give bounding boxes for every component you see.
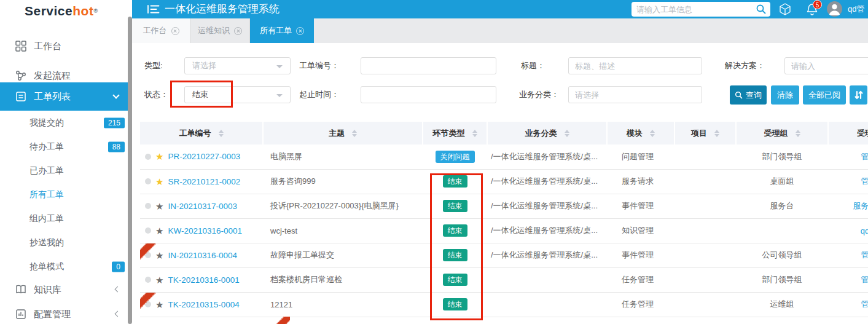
search-icon[interactable] [756, 4, 767, 15]
unread-dot-icon [145, 252, 151, 258]
ticket-code-link[interactable]: TK-20210315-0004 [168, 300, 239, 309]
tab-strip: 工作台 运维知识 所有工单 [132, 18, 868, 43]
ticket-group: 部门领导组 [736, 144, 828, 169]
ticket-project [674, 267, 736, 292]
time-range-input[interactable] [361, 86, 496, 103]
star-icon[interactable]: ★ [155, 300, 163, 309]
sort-icon[interactable] [565, 130, 569, 137]
notification-badge: 5 [813, 0, 822, 9]
table-row[interactable]: ★KW-20210316-0001 wcj-test 结束 /一体化运维服务管理… [140, 218, 868, 243]
ticket-code-link[interactable]: TK-20210316-0001 [168, 275, 239, 285]
sidebar-item-ticket-list[interactable]: 工单列表 [0, 82, 132, 111]
type-select[interactable]: 请选择 [184, 57, 291, 74]
sort-toggle-button[interactable] [850, 85, 867, 105]
search-input[interactable] [636, 2, 753, 17]
grid-icon [15, 41, 26, 52]
title-input[interactable] [568, 57, 702, 74]
sort-icon[interactable] [472, 130, 477, 137]
tab-ops-knowledge[interactable]: 运维知识 [190, 18, 250, 43]
col-header-subject[interactable]: 主题 [263, 122, 423, 144]
logo-registered-mark: ® [93, 8, 98, 14]
ticket-code-link[interactable]: SR-20210121-0002 [168, 177, 240, 186]
bell-icon[interactable]: 5 [805, 2, 819, 16]
col-header-stage[interactable]: 环节类型 [423, 122, 487, 144]
sort-icon[interactable] [219, 130, 224, 137]
ticket-group: 部门领导组 [736, 267, 828, 292]
sort-icon[interactable] [352, 130, 357, 137]
query-button[interactable]: 查询 [730, 85, 767, 105]
sidebar-subitem-all-tickets[interactable]: 所有工单 [0, 183, 132, 207]
tab-close-icon[interactable] [171, 27, 179, 35]
unread-dot-icon [145, 277, 151, 283]
sort-icon[interactable] [796, 130, 800, 137]
sort-icon[interactable] [714, 130, 719, 137]
table-row[interactable]: ★TK-20210315-0004 12121 结束 任务管理 运维组 管 [140, 292, 868, 317]
subitem-label: 已办工单 [29, 165, 64, 176]
table-row[interactable]: ★PR-20210227-0003 电脑黑屏 关闭问题 /一体化运维服务管理系统… [140, 144, 868, 169]
time-range-filter-label: 起止时间： [299, 86, 339, 103]
star-icon[interactable]: ★ [155, 275, 163, 285]
mark-all-read-button[interactable]: 全部已阅 [803, 85, 846, 105]
star-icon[interactable]: ★ [155, 177, 163, 186]
logo-text-hot: hot [72, 4, 93, 18]
subitem-label: 抄送我的 [29, 237, 64, 248]
sidebar-subitem-my-submitted[interactable]: 我提交的 215 [0, 111, 132, 135]
table-row[interactable]: ★TK-20210316-0001 档案楼机房日常巡检 结束 任务管理 部门领导… [140, 267, 868, 292]
table-row[interactable]: ★SR-20210121-0002 服务咨询999 结束 /一体化运维服务管理系… [140, 169, 868, 194]
avatar[interactable] [827, 1, 842, 17]
col-header-code[interactable]: 工单编号 [140, 122, 263, 144]
tab-workbench[interactable]: 工作台 [132, 18, 190, 43]
star-icon[interactable]: ★ [155, 226, 163, 235]
tab-close-icon[interactable] [234, 27, 242, 35]
sidebar-subitem-cc-me[interactable]: 抄送我的 [0, 231, 132, 255]
ticket-group: 公司领导组 [736, 243, 828, 267]
table-row[interactable]: ★IN-20210317-0003 投诉{PR-20210227-0003}{电… [140, 194, 868, 218]
ticket-acceptor-link[interactable]: qd [828, 218, 868, 243]
ticket-code-link[interactable]: KW-20210316-0001 [168, 226, 242, 235]
ticket-code-link[interactable]: PR-20210227-0003 [168, 152, 240, 161]
category-input[interactable] [568, 86, 702, 103]
order-no-input[interactable] [361, 57, 496, 74]
sidebar-item-label: 工单列表 [34, 91, 71, 103]
sidebar-item-config[interactable]: 配置管理 [0, 300, 132, 324]
table-row[interactable]: ★IN-20210316-0004 故障申报工单提交 结束 /一体化运维服务管理… [140, 243, 868, 267]
star-icon[interactable]: ★ [155, 251, 163, 260]
ticket-acceptor-link[interactable]: 管 [828, 267, 868, 292]
sidebar-subitem-group-tickets[interactable]: 组内工单 [0, 207, 132, 231]
col-header-category[interactable]: 业务分类 [487, 122, 607, 144]
tab-close-icon[interactable] [296, 27, 304, 35]
ticket-acceptor-link[interactable]: 管 [828, 292, 868, 317]
ticket-group [736, 218, 828, 243]
tab-all-tickets-active[interactable]: 所有工单 [250, 18, 314, 43]
solution-input[interactable] [784, 57, 868, 74]
ticket-category: /一体化运维服务管理系统/桌... [487, 144, 607, 169]
logo: Servicehot® [25, 1, 98, 21]
col-header-group[interactable]: 受理组 [736, 122, 828, 144]
sort-icon[interactable] [650, 130, 655, 137]
status-select[interactable]: 结束 [184, 86, 291, 103]
col-header-acceptor[interactable]: 受理 [828, 122, 868, 144]
tab-label: 运维知识 [198, 25, 230, 36]
sidebar-item-workbench[interactable]: 工作台 [0, 32, 132, 60]
clear-button[interactable]: 清除 [771, 85, 799, 105]
star-icon[interactable]: ★ [155, 152, 163, 161]
ticket-acceptor-link[interactable]: 管 [828, 144, 868, 169]
col-header-module[interactable]: 模块 [607, 122, 674, 144]
sidebar-subitem-todo[interactable]: 待办工单 88 [0, 135, 132, 159]
ticket-acceptor-link[interactable]: 管 [828, 243, 868, 267]
ticket-module: 事件管理 [607, 194, 674, 218]
stage-badge: 关闭问题 [436, 151, 475, 163]
menu-fold-icon[interactable] [147, 4, 160, 14]
username-label[interactable]: qd管 [848, 0, 864, 18]
col-header-project[interactable]: 项目 [674, 122, 736, 144]
ticket-acceptor-link[interactable]: 服务台 [828, 194, 868, 218]
ticket-code-link[interactable]: IN-20210317-0003 [168, 202, 237, 211]
ticket-code-link[interactable]: IN-20210316-0004 [168, 251, 237, 260]
ticket-project [674, 144, 736, 169]
star-icon[interactable]: ★ [155, 202, 163, 211]
sidebar-item-label: 工作台 [34, 41, 61, 52]
cube-icon[interactable] [778, 2, 792, 16]
sidebar-scrollbar[interactable] [128, 17, 132, 324]
sidebar-subitem-done[interactable]: 已办工单 [0, 159, 132, 183]
ticket-acceptor-link[interactable]: 管 [828, 169, 868, 194]
